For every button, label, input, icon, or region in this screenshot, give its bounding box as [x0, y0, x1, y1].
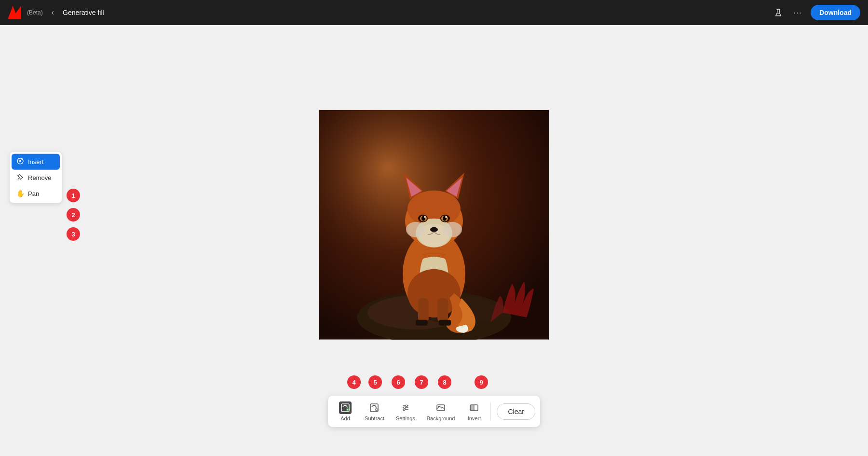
svg-point-29 [445, 216, 447, 218]
remove-tool-label: Remove [28, 174, 51, 181]
svg-rect-11 [437, 298, 448, 322]
remove-tool[interactable]: Remove [12, 170, 60, 186]
toolbar-divider [490, 403, 491, 420]
subtract-tool-label: Subtract [365, 415, 384, 421]
badge-4: 4 [347, 375, 361, 389]
badge-9: 9 [475, 375, 488, 389]
svg-point-34 [19, 160, 21, 162]
header-right: ··· Download [772, 5, 860, 20]
invert-tool-label: Invert [468, 415, 481, 421]
settings-tool-button[interactable]: Settings [391, 399, 420, 424]
add-tool-button[interactable]: Add [333, 399, 358, 424]
pan-tool-label: Pan [28, 190, 39, 197]
insert-tool[interactable]: Insert [12, 154, 60, 170]
settings-icon [399, 401, 412, 414]
background-tool-label: Background [427, 415, 455, 421]
bottom-toolbar: Add Subtract [328, 396, 540, 427]
svg-rect-10 [418, 298, 429, 322]
svg-rect-12 [416, 319, 428, 325]
left-toolbar: Insert Remove ✋ Pan [10, 152, 62, 203]
add-tool-label: Add [340, 415, 350, 421]
beta-label: (Beta) [27, 9, 43, 16]
back-icon: ‹ [52, 8, 54, 17]
subtract-tool-button[interactable]: Subtract [360, 399, 389, 424]
more-options-button[interactable]: ··· [791, 6, 804, 20]
svg-rect-13 [439, 319, 451, 325]
invert-tool-button[interactable]: Invert [461, 399, 487, 424]
subtract-icon [368, 401, 381, 414]
fox-illustration [319, 110, 549, 339]
download-button[interactable]: Download [811, 5, 860, 20]
add-icon [339, 401, 352, 414]
invert-icon [468, 401, 480, 414]
badge-2: 2 [67, 208, 80, 221]
back-button[interactable]: ‹ [48, 6, 58, 19]
lab-icon [774, 8, 783, 17]
lab-icon-button[interactable] [772, 6, 785, 19]
svg-rect-50 [470, 405, 474, 411]
svg-point-44 [404, 407, 406, 409]
ellipsis-icon: ··· [793, 8, 802, 18]
insert-tool-label: Insert [28, 158, 44, 166]
remove-icon [16, 174, 24, 182]
page-title: Generative fill [63, 9, 104, 16]
badge-1: 1 [67, 189, 80, 202]
svg-point-31 [406, 221, 425, 237]
settings-tool-label: Settings [396, 415, 415, 421]
adobe-logo-icon [8, 6, 21, 19]
svg-point-30 [430, 227, 438, 232]
header-left: (Beta) ‹ Generative fill [8, 6, 772, 19]
svg-point-35 [22, 158, 23, 160]
badge-8: 8 [438, 375, 451, 389]
badge-6: 6 [392, 375, 405, 389]
svg-point-46 [403, 409, 405, 411]
pan-icon: ✋ [16, 190, 24, 197]
badge-7: 7 [415, 375, 428, 389]
svg-point-28 [424, 216, 426, 218]
svg-point-48 [438, 406, 440, 408]
bottom-toolbar-container: 4 5 6 7 8 9 [328, 375, 540, 427]
badge-3: 3 [67, 227, 80, 241]
background-icon [434, 401, 447, 414]
background-tool-button[interactable]: Background [422, 399, 460, 424]
pan-tool[interactable]: ✋ Pan [12, 186, 60, 201]
svg-point-45 [406, 405, 407, 407]
badge-5: 5 [368, 375, 382, 389]
svg-point-32 [443, 221, 462, 237]
clear-button[interactable]: Clear [497, 403, 535, 420]
insert-icon [16, 158, 24, 166]
canvas-image [319, 110, 549, 339]
main-canvas-area: Insert Remove ✋ Pan 1 2 3 [0, 25, 868, 456]
svg-line-36 [18, 178, 19, 180]
header: (Beta) ‹ Generative fill ··· Download [0, 0, 868, 25]
